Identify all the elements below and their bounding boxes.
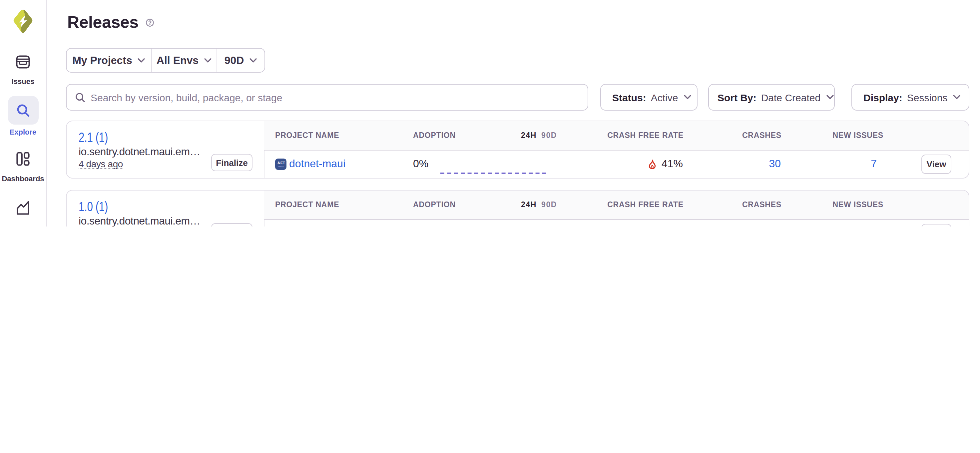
svg-text:.NET: .NET bbox=[277, 161, 285, 165]
svg-text:MAUI: MAUI bbox=[278, 165, 284, 167]
